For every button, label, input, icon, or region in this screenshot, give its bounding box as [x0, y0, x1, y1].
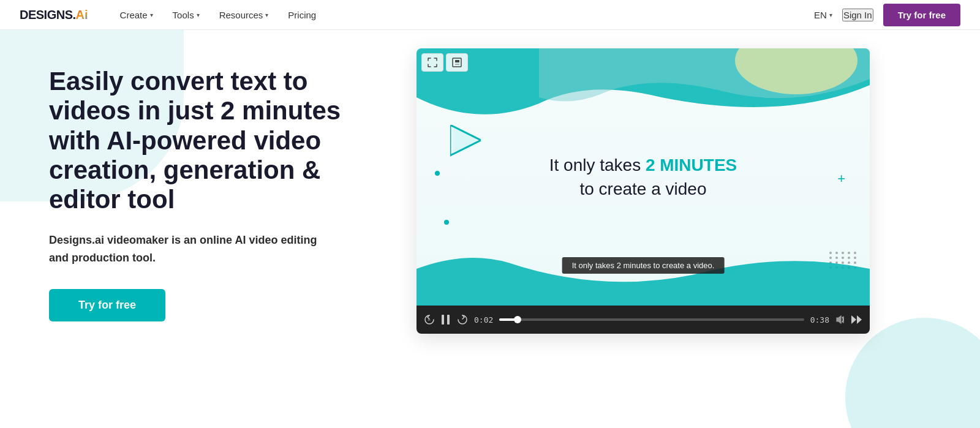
try-free-hero-button[interactable]: Try for free — [49, 289, 165, 321]
time-current: 0:02 — [474, 315, 493, 325]
video-progress-bar[interactable] — [499, 318, 804, 321]
forward-icon[interactable] — [457, 314, 468, 325]
language-selector[interactable]: EN ▾ — [814, 10, 832, 20]
chevron-down-icon: ▾ — [197, 12, 200, 18]
nav-links: Create ▾ Tools ▾ Resources ▾ Pricing — [113, 6, 815, 24]
video-highlight: 2 MINUTES — [646, 156, 737, 175]
logo[interactable]: DESIGNS.Ai — [20, 8, 88, 22]
svg-text:10: 10 — [428, 318, 431, 321]
video-player: + It only takes 2 MINUTES to create a vi… — [417, 48, 870, 334]
try-free-nav-button[interactable]: Try for free — [883, 4, 960, 26]
video-content-text: It only takes 2 MINUTES to create a vide… — [549, 153, 737, 201]
svg-rect-8 — [447, 315, 450, 325]
hero-title: Easily convert text to videos in just 2 … — [49, 67, 380, 214]
nav-resources-label: Resources — [219, 10, 263, 20]
plus-decoration: + — [837, 171, 845, 187]
video-subtitle: It only takes 2 minutes to create a vide… — [562, 257, 725, 274]
chevron-down-icon: ▾ — [150, 12, 153, 18]
video-text-after: to create a video — [579, 179, 706, 198]
fullscreen-icon[interactable] — [421, 53, 443, 72]
dot-decoration — [444, 220, 449, 225]
hero-subtitle: Designs.ai videomaker is an online AI vi… — [49, 231, 331, 267]
video-main-text: It only takes 2 MINUTES to create a vide… — [549, 153, 737, 201]
lang-label: EN — [814, 10, 827, 20]
wave-top-decoration — [417, 48, 870, 122]
video-toolbar — [421, 53, 468, 72]
svg-marker-11 — [857, 315, 862, 324]
pause-icon[interactable] — [441, 314, 451, 325]
svg-marker-5 — [453, 127, 478, 153]
chevron-down-icon: ▾ — [265, 12, 268, 18]
nav-tools-label: Tools — [173, 10, 194, 20]
hero-right: + It only takes 2 MINUTES to create a vi… — [380, 30, 931, 334]
nav-create-label: Create — [120, 10, 148, 20]
bg-circle-decoration — [845, 318, 980, 428]
svg-rect-1 — [455, 60, 459, 62]
hero-section: Easily convert text to videos in just 2 … — [0, 30, 980, 428]
logo-ai: Ai — [76, 8, 88, 22]
triangle-decoration — [450, 125, 481, 156]
svg-marker-10 — [851, 315, 856, 324]
rewind-icon[interactable]: 10 — [424, 314, 435, 325]
nav-item-create[interactable]: Create ▾ — [113, 6, 160, 24]
skip-forward-icon[interactable] — [851, 315, 862, 324]
nav-right: EN ▾ Sign In Try for free — [814, 4, 960, 26]
volume-icon[interactable] — [835, 315, 845, 325]
time-total: 0:38 — [810, 315, 829, 325]
hero-left: Easily convert text to videos in just 2 … — [49, 30, 380, 358]
svg-rect-2 — [455, 64, 459, 65]
navbar: DESIGNS.Ai Create ▾ Tools ▾ Resources ▾ … — [0, 0, 980, 30]
video-screen: + It only takes 2 MINUTES to create a vi… — [417, 48, 870, 306]
dot-decoration — [435, 171, 440, 176]
logo-text: DESIGNS. — [20, 8, 76, 22]
nav-item-tools[interactable]: Tools ▾ — [165, 6, 207, 24]
video-controls-bar: 10 0:02 — [417, 306, 870, 334]
sign-in-button[interactable]: Sign In — [842, 9, 873, 21]
svg-rect-7 — [442, 315, 444, 325]
layout-icon[interactable] — [446, 53, 468, 72]
nav-item-pricing[interactable]: Pricing — [281, 6, 323, 24]
chevron-down-icon: ▾ — [829, 12, 832, 18]
video-text-before: It only takes — [549, 156, 646, 175]
nav-pricing-label: Pricing — [288, 10, 316, 20]
progress-thumb — [514, 316, 521, 323]
nav-item-resources[interactable]: Resources ▾ — [212, 6, 276, 24]
